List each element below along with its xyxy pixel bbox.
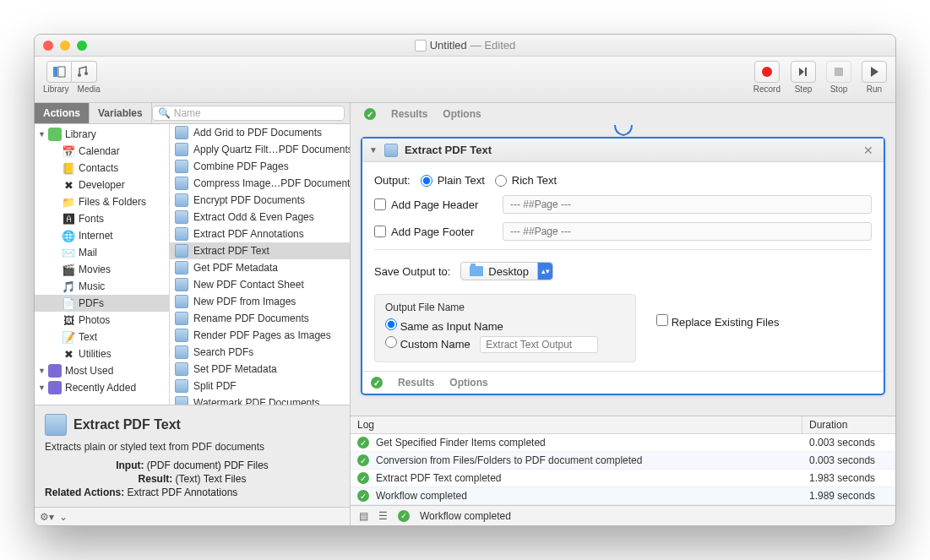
sidebar-item-utilities[interactable]: Utilities: [35, 345, 169, 362]
action-item[interactable]: Get PDF Metadata: [170, 259, 350, 276]
stop-label: Stop: [830, 84, 848, 94]
sidebar-item-calendar[interactable]: Calendar: [35, 143, 169, 160]
pdf-action-icon: [175, 193, 188, 207]
log-row[interactable]: ✓Get Specified Finder Items completed0.0…: [351, 434, 895, 452]
pdf-action-icon: [175, 312, 188, 325]
results-link[interactable]: Results: [398, 377, 434, 389]
action-item[interactable]: New PDF Contact Sheet: [170, 276, 350, 293]
results-link[interactable]: Results: [391, 108, 427, 120]
sidebar-item-photos[interactable]: Photos: [35, 312, 169, 329]
workflow-canvas[interactable]: ✓ Results Options ▼ Extract PDF Text ✕: [351, 103, 895, 416]
log-row[interactable]: ✓Conversion from Files/Folders to PDF do…: [351, 452, 895, 470]
dev-icon: [62, 178, 75, 192]
workflow-view-icon[interactable]: ▤: [359, 510, 368, 522]
custom-name-field[interactable]: [480, 336, 598, 353]
sidebar-item-contacts[interactable]: Contacts: [35, 160, 169, 177]
action-item[interactable]: Watermark PDF Documents: [170, 394, 350, 405]
sidebar-item-music[interactable]: Music: [35, 278, 169, 295]
sidebar-item-developer[interactable]: Developer: [35, 177, 169, 193]
action-item[interactable]: Rename PDF Documents: [170, 310, 350, 327]
sidebar-item-text[interactable]: Text: [35, 329, 169, 345]
action-item[interactable]: Extract PDF Annotations: [170, 226, 350, 242]
action-item[interactable]: New PDF from Images: [170, 293, 350, 310]
log-row[interactable]: ✓Workflow completed1.989 seconds: [351, 487, 895, 505]
sidebar-item-most-used[interactable]: ▼Most Used: [35, 362, 169, 379]
hide-info-icon[interactable]: ⌄: [59, 511, 68, 523]
library-label: Library: [43, 84, 69, 94]
sidebar-item-files-folders[interactable]: Files & Folders: [35, 193, 169, 210]
sidebar-item-mail[interactable]: Mail: [35, 244, 169, 261]
font-icon: [62, 212, 75, 226]
toolbar: Library Media Record Step Stop Run: [35, 57, 895, 103]
gear-icon[interactable]: ⚙︎▾: [40, 511, 54, 523]
sidebar-item-movies[interactable]: Movies: [35, 261, 169, 278]
folder-icon: [470, 266, 483, 276]
sidebar-item-internet[interactable]: Internet: [35, 227, 169, 244]
record-icon: [762, 67, 772, 77]
main-content: Actions Variables 🔍 Name ▼LibraryCalenda…: [35, 103, 895, 525]
action-item[interactable]: Add Grid to PDF Documents: [170, 124, 350, 141]
log-view-icon[interactable]: ☰: [378, 510, 388, 522]
sidebar-item-library[interactable]: ▼Library: [35, 126, 169, 143]
run-label: Run: [867, 84, 882, 94]
pdf-action-icon: [175, 177, 188, 190]
action-item[interactable]: Extract Odd & Even Pages: [170, 209, 350, 226]
pho-icon: [62, 313, 75, 327]
info-description: Extracts plain or styled text from PDF d…: [45, 441, 340, 453]
stop-button[interactable]: [826, 61, 851, 83]
action-item[interactable]: Search PDFs: [170, 344, 350, 361]
action-item[interactable]: Render PDF Pages as Images: [170, 327, 350, 344]
checkbox-add-footer[interactable]: Add Page Footer: [374, 226, 492, 238]
save-destination-select[interactable]: Desktop ▴▾: [460, 262, 553, 280]
close-icon[interactable]: ✕: [860, 144, 877, 157]
options-link[interactable]: Options: [449, 377, 487, 389]
record-button[interactable]: [754, 61, 780, 83]
radio-rich-text[interactable]: Rich Text: [495, 174, 557, 187]
tab-variables[interactable]: Variables: [90, 103, 152, 123]
action-item[interactable]: Set PDF Metadata: [170, 361, 350, 378]
tab-actions[interactable]: Actions: [35, 103, 90, 123]
checkbox-replace-existing[interactable]: Replace Existing Files: [656, 314, 780, 329]
search-input[interactable]: 🔍 Name: [152, 106, 345, 121]
sidebar-item-pdfs[interactable]: PDFs: [35, 295, 169, 312]
radio-plain-text[interactable]: Plain Text: [421, 174, 485, 187]
footer-field[interactable]: [503, 222, 872, 241]
mov-icon: [62, 263, 75, 276]
log-row[interactable]: ✓Extract PDF Text completed1.983 seconds: [351, 470, 895, 487]
action-item[interactable]: Compress Image…PDF Documents: [170, 175, 350, 192]
radio-same-name[interactable]: Same as Input Name: [385, 320, 503, 333]
radio-custom-name[interactable]: Custom Name: [385, 338, 470, 351]
card-header[interactable]: ▼ Extract PDF Text ✕: [362, 139, 884, 162]
net-icon: [62, 229, 75, 242]
options-link[interactable]: Options: [443, 108, 481, 120]
pdf-action-icon: [175, 160, 188, 173]
svg-point-3: [84, 72, 88, 75]
pdf-action-icon: [175, 396, 188, 405]
run-button[interactable]: [862, 61, 887, 83]
action-item[interactable]: Split PDF: [170, 378, 350, 394]
media-button[interactable]: [72, 61, 97, 83]
svg-point-2: [78, 73, 81, 77]
log-col-duration[interactable]: Duration: [802, 416, 895, 433]
sidebar-item-recently-added[interactable]: ▼Recently Added: [35, 379, 169, 396]
disclosure-triangle-icon[interactable]: ▼: [369, 145, 378, 155]
svg-rect-5: [835, 68, 843, 76]
header-field[interactable]: [503, 195, 872, 214]
most-icon: [48, 364, 62, 378]
library-sidebar: Actions Variables 🔍 Name ▼LibraryCalenda…: [35, 103, 351, 525]
step-button[interactable]: [791, 61, 816, 83]
action-item[interactable]: Extract PDF Text: [170, 242, 350, 259]
log-col-message[interactable]: Log: [351, 416, 802, 433]
pdf-action-icon: [175, 227, 188, 241]
action-item[interactable]: Apply Quartz Filt…PDF Documents: [170, 141, 350, 158]
titlebar: Untitled — Edited: [35, 35, 895, 57]
search-icon: 🔍: [158, 107, 171, 119]
svg-rect-0: [53, 67, 57, 77]
action-item[interactable]: Combine PDF Pages: [170, 158, 350, 175]
action-list[interactable]: Add Grid to PDF DocumentsApply Quartz Fi…: [170, 124, 350, 405]
category-list[interactable]: ▼LibraryCalendarContactsDeveloperFiles &…: [35, 124, 170, 405]
library-toggle-button[interactable]: [46, 61, 72, 83]
action-item[interactable]: Encrypt PDF Documents: [170, 192, 350, 209]
sidebar-item-fonts[interactable]: Fonts: [35, 210, 169, 227]
checkbox-add-header[interactable]: Add Page Header: [374, 198, 492, 211]
